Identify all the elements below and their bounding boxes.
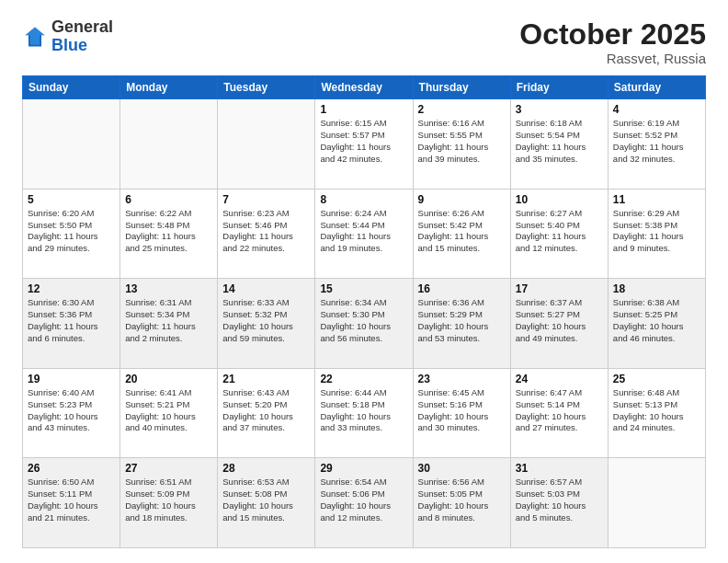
day-number: 21 [222, 373, 310, 385]
calendar-cell: 6Sunrise: 6:22 AM Sunset: 5:48 PM Daylig… [120, 189, 218, 279]
page-header: General Blue October 2025 Rassvet, Russi… [22, 18, 706, 66]
cell-text: Sunrise: 6:50 AM Sunset: 5:11 PM Dayligh… [28, 477, 115, 523]
calendar-cell [608, 458, 705, 548]
calendar-cell: 24Sunrise: 6:47 AM Sunset: 5:14 PM Dayli… [510, 368, 608, 458]
cell-text: Sunrise: 6:43 AM Sunset: 5:20 PM Dayligh… [222, 387, 310, 434]
weekday-header-tuesday: Tuesday [218, 76, 315, 99]
day-number: 25 [613, 373, 700, 385]
day-number: 16 [418, 282, 506, 295]
cell-text: Sunrise: 6:20 AM Sunset: 5:50 PM Dayligh… [28, 208, 115, 255]
calendar-cell: 27Sunrise: 6:51 AM Sunset: 5:09 PM Dayli… [120, 458, 218, 548]
calendar-cell: 3Sunrise: 6:18 AM Sunset: 5:54 PM Daylig… [510, 99, 608, 190]
calendar-cell: 11Sunrise: 6:29 AM Sunset: 5:38 PM Dayli… [608, 189, 705, 279]
calendar-cell: 4Sunrise: 6:19 AM Sunset: 5:52 PM Daylig… [608, 99, 705, 190]
cell-text: Sunrise: 6:38 AM Sunset: 5:25 PM Dayligh… [613, 297, 700, 344]
cell-text: Sunrise: 6:45 AM Sunset: 5:16 PM Dayligh… [418, 387, 506, 434]
cell-text: Sunrise: 6:47 AM Sunset: 5:14 PM Dayligh… [516, 387, 603, 434]
logo-text: General Blue [51, 18, 113, 55]
calendar-cell: 7Sunrise: 6:23 AM Sunset: 5:46 PM Daylig… [218, 189, 315, 279]
logo: General Blue [22, 18, 113, 55]
calendar-cell: 20Sunrise: 6:41 AM Sunset: 5:21 PM Dayli… [120, 368, 218, 458]
cell-text: Sunrise: 6:33 AM Sunset: 5:32 PM Dayligh… [222, 297, 310, 344]
calendar-cell: 5Sunrise: 6:20 AM Sunset: 5:50 PM Daylig… [23, 189, 120, 279]
title-block: October 2025 Rassvet, Russia [519, 18, 706, 66]
day-number: 13 [125, 282, 212, 295]
cell-text: Sunrise: 6:40 AM Sunset: 5:23 PM Dayligh… [28, 387, 115, 434]
day-number: 2 [418, 103, 506, 116]
day-number: 27 [125, 462, 212, 475]
day-number: 23 [418, 373, 506, 385]
weekday-header-monday: Monday [120, 76, 218, 99]
weekday-header-saturday: Saturday [608, 76, 705, 99]
calendar-cell: 28Sunrise: 6:53 AM Sunset: 5:08 PM Dayli… [218, 458, 315, 548]
day-number: 31 [516, 462, 603, 475]
day-number: 5 [28, 193, 115, 206]
day-number: 8 [320, 193, 407, 206]
day-number: 20 [125, 373, 212, 385]
cell-text: Sunrise: 6:23 AM Sunset: 5:46 PM Dayligh… [222, 208, 310, 255]
calendar-cell: 15Sunrise: 6:34 AM Sunset: 5:30 PM Dayli… [315, 279, 413, 369]
cell-text: Sunrise: 6:51 AM Sunset: 5:09 PM Dayligh… [125, 477, 212, 523]
cell-text: Sunrise: 6:24 AM Sunset: 5:44 PM Dayligh… [320, 208, 407, 255]
day-number: 30 [418, 462, 506, 475]
cell-text: Sunrise: 6:57 AM Sunset: 5:03 PM Dayligh… [516, 477, 603, 523]
day-number: 29 [320, 462, 407, 475]
cell-text: Sunrise: 6:53 AM Sunset: 5:08 PM Dayligh… [222, 477, 310, 523]
calendar-cell: 9Sunrise: 6:26 AM Sunset: 5:42 PM Daylig… [413, 189, 510, 279]
cell-text: Sunrise: 6:29 AM Sunset: 5:38 PM Dayligh… [613, 208, 700, 255]
cell-text: Sunrise: 6:48 AM Sunset: 5:13 PM Dayligh… [613, 387, 700, 434]
calendar-cell: 8Sunrise: 6:24 AM Sunset: 5:44 PM Daylig… [315, 189, 413, 279]
day-number: 10 [516, 193, 603, 206]
calendar-cell [218, 99, 315, 190]
calendar-cell: 1Sunrise: 6:15 AM Sunset: 5:57 PM Daylig… [315, 99, 413, 190]
day-number: 3 [516, 103, 603, 116]
calendar-cell: 31Sunrise: 6:57 AM Sunset: 5:03 PM Dayli… [510, 458, 608, 548]
calendar-cell: 23Sunrise: 6:45 AM Sunset: 5:16 PM Dayli… [413, 368, 510, 458]
day-number: 26 [28, 462, 115, 475]
calendar-week-row: 1Sunrise: 6:15 AM Sunset: 5:57 PM Daylig… [23, 99, 706, 190]
calendar-cell: 18Sunrise: 6:38 AM Sunset: 5:25 PM Dayli… [608, 279, 705, 369]
calendar-week-row: 19Sunrise: 6:40 AM Sunset: 5:23 PM Dayli… [23, 368, 706, 458]
day-number: 28 [222, 462, 310, 475]
weekday-header-thursday: Thursday [413, 76, 510, 99]
logo-blue: Blue [51, 36, 87, 54]
cell-text: Sunrise: 6:16 AM Sunset: 5:55 PM Dayligh… [418, 118, 506, 165]
calendar-cell: 10Sunrise: 6:27 AM Sunset: 5:40 PM Dayli… [510, 189, 608, 279]
cell-text: Sunrise: 6:41 AM Sunset: 5:21 PM Dayligh… [125, 387, 212, 434]
weekday-header-friday: Friday [510, 76, 608, 99]
day-number: 7 [222, 193, 310, 206]
cell-text: Sunrise: 6:44 AM Sunset: 5:18 PM Dayligh… [320, 387, 407, 434]
cell-text: Sunrise: 6:56 AM Sunset: 5:05 PM Dayligh… [418, 477, 506, 523]
day-number: 24 [516, 373, 603, 385]
calendar-week-row: 5Sunrise: 6:20 AM Sunset: 5:50 PM Daylig… [23, 189, 706, 279]
day-number: 22 [320, 373, 407, 385]
calendar-cell: 2Sunrise: 6:16 AM Sunset: 5:55 PM Daylig… [413, 99, 510, 190]
calendar-cell: 19Sunrise: 6:40 AM Sunset: 5:23 PM Dayli… [23, 368, 120, 458]
calendar-week-row: 26Sunrise: 6:50 AM Sunset: 5:11 PM Dayli… [23, 458, 706, 548]
calendar-cell: 12Sunrise: 6:30 AM Sunset: 5:36 PM Dayli… [23, 279, 120, 369]
calendar-cell [120, 99, 218, 190]
day-number: 19 [28, 373, 115, 385]
calendar-cell: 22Sunrise: 6:44 AM Sunset: 5:18 PM Dayli… [315, 368, 413, 458]
cell-text: Sunrise: 6:22 AM Sunset: 5:48 PM Dayligh… [125, 208, 212, 255]
calendar-cell: 17Sunrise: 6:37 AM Sunset: 5:27 PM Dayli… [510, 279, 608, 369]
logo-icon [22, 24, 48, 50]
day-number: 4 [613, 103, 700, 116]
weekday-header-sunday: Sunday [23, 76, 120, 99]
cell-text: Sunrise: 6:37 AM Sunset: 5:27 PM Dayligh… [516, 297, 603, 344]
calendar-cell: 21Sunrise: 6:43 AM Sunset: 5:20 PM Dayli… [218, 368, 315, 458]
day-number: 15 [320, 282, 407, 295]
day-number: 12 [28, 282, 115, 295]
calendar-cell: 14Sunrise: 6:33 AM Sunset: 5:32 PM Dayli… [218, 279, 315, 369]
day-number: 18 [613, 282, 700, 295]
day-number: 17 [516, 282, 603, 295]
month-title: October 2025 [519, 18, 706, 51]
cell-text: Sunrise: 6:26 AM Sunset: 5:42 PM Dayligh… [418, 208, 506, 255]
calendar-cell: 13Sunrise: 6:31 AM Sunset: 5:34 PM Dayli… [120, 279, 218, 369]
weekday-header-row: SundayMondayTuesdayWednesdayThursdayFrid… [23, 76, 706, 99]
calendar-cell [23, 99, 120, 190]
cell-text: Sunrise: 6:36 AM Sunset: 5:29 PM Dayligh… [418, 297, 506, 344]
calendar-table: SundayMondayTuesdayWednesdayThursdayFrid… [22, 75, 706, 548]
calendar-cell: 29Sunrise: 6:54 AM Sunset: 5:06 PM Dayli… [315, 458, 413, 548]
cell-text: Sunrise: 6:18 AM Sunset: 5:54 PM Dayligh… [516, 118, 603, 165]
